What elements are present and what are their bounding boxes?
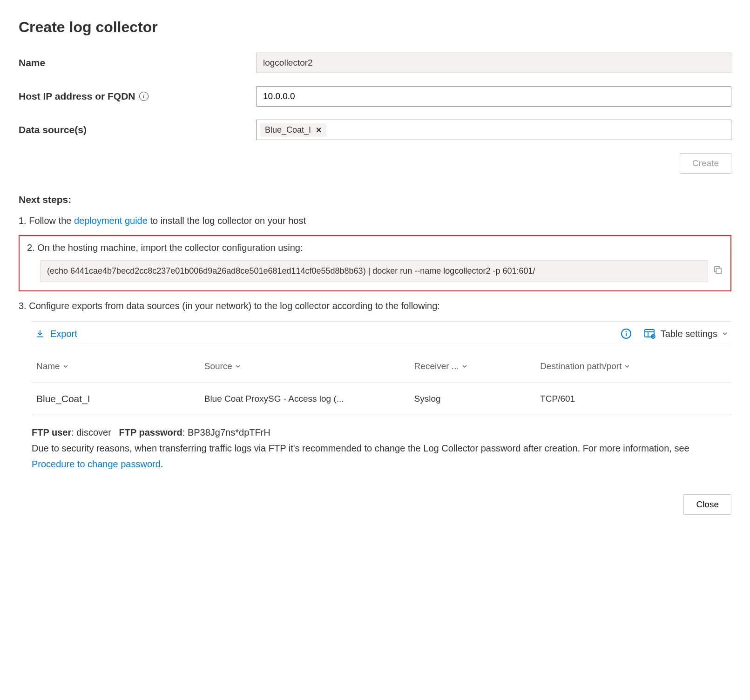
- ftp-note-text: Due to security reasons, when transferri…: [32, 443, 689, 453]
- info-icon[interactable]: i: [139, 92, 149, 101]
- create-button[interactable]: Create: [680, 153, 731, 174]
- step-2-highlight: 2. On the hosting machine, import the co…: [19, 235, 731, 291]
- chevron-down-icon: [462, 363, 467, 369]
- svg-point-3: [626, 331, 626, 332]
- col-receiver-label: Receiver ...: [414, 361, 459, 371]
- col-name-label: Name: [36, 361, 60, 371]
- col-source-header[interactable]: Source: [204, 361, 241, 371]
- sources-field-row: Data source(s) Blue_Coat_I ✕: [19, 120, 731, 140]
- close-button[interactable]: Close: [683, 494, 731, 515]
- svg-point-7: [651, 335, 655, 338]
- info-icon: [621, 328, 632, 339]
- sources-table: Name Source Receiver ...: [32, 350, 731, 415]
- cell-source: Blue Coat ProxySG - Access log (...: [200, 383, 410, 415]
- col-receiver-header[interactable]: Receiver ...: [414, 361, 467, 371]
- host-label-text: Host IP address or FQDN: [19, 91, 135, 102]
- col-name-header[interactable]: Name: [36, 361, 68, 371]
- step-2: 2. On the hosting machine, import the co…: [27, 241, 723, 255]
- sources-input[interactable]: Blue_Coat_I ✕: [256, 120, 731, 140]
- name-label: Name: [19, 57, 256, 68]
- source-tag-label: Blue_Coat_I: [265, 125, 311, 135]
- host-label: Host IP address or FQDN i: [19, 91, 256, 102]
- copy-icon[interactable]: [713, 265, 723, 277]
- step-3: 3. Configure exports from data sources (…: [19, 299, 731, 313]
- ftp-password-label: FTP password: [119, 427, 182, 438]
- svg-rect-0: [716, 268, 721, 273]
- ftp-info: FTP user: discover FTP password: BP38Jg7…: [32, 424, 731, 472]
- command-box[interactable]: (echo 6441cae4b7becd2cc8c237e01b006d9a26…: [40, 260, 708, 282]
- table-settings-icon: [644, 328, 656, 339]
- name-field-row: Name: [19, 53, 731, 73]
- step-1-suffix: to install the log collector on your hos…: [148, 215, 306, 226]
- table-row[interactable]: Blue_Coat_I Blue Coat ProxySG - Access l…: [32, 383, 731, 415]
- col-dest-label: Destination path/port: [540, 361, 622, 371]
- table-settings-label: Table settings: [661, 329, 717, 339]
- ftp-note-suffix: .: [161, 459, 163, 469]
- ftp-user-value: : discover: [71, 427, 111, 438]
- close-icon[interactable]: ✕: [316, 126, 322, 135]
- step-1: 1. Follow the deployment guide to instal…: [19, 214, 731, 228]
- col-source-label: Source: [204, 361, 232, 371]
- chevron-down-icon: [235, 363, 241, 369]
- name-input[interactable]: [256, 53, 731, 73]
- next-steps-heading: Next steps:: [19, 194, 731, 205]
- table-toolbar: Export Table settin: [32, 321, 731, 346]
- ftp-user-label: FTP user: [32, 427, 71, 438]
- host-input[interactable]: [256, 86, 731, 107]
- cell-name: Blue_Coat_I: [32, 383, 200, 415]
- cell-dest: TCP/601: [535, 383, 731, 415]
- download-icon: [35, 329, 45, 338]
- step-1-prefix: 1. Follow the: [19, 215, 74, 226]
- export-label: Export: [50, 329, 77, 339]
- change-password-link[interactable]: Procedure to change password: [32, 459, 161, 469]
- info-button[interactable]: [621, 328, 632, 339]
- chevron-down-icon: [624, 363, 630, 369]
- chevron-down-icon: [63, 363, 68, 369]
- source-tag: Blue_Coat_I ✕: [260, 123, 326, 137]
- chevron-down-icon: [722, 331, 728, 337]
- deployment-guide-link[interactable]: deployment guide: [74, 215, 148, 226]
- ftp-password-value: : BP38Jg7ns*dpTFrH: [182, 427, 270, 438]
- col-dest-header[interactable]: Destination path/port: [540, 361, 630, 371]
- table-settings-button[interactable]: Table settings: [644, 328, 728, 339]
- export-button[interactable]: Export: [35, 329, 77, 339]
- cell-receiver: Syslog: [410, 383, 536, 415]
- host-field-row: Host IP address or FQDN i: [19, 86, 731, 107]
- sources-label: Data source(s): [19, 124, 256, 135]
- page-title: Create log collector: [19, 19, 731, 36]
